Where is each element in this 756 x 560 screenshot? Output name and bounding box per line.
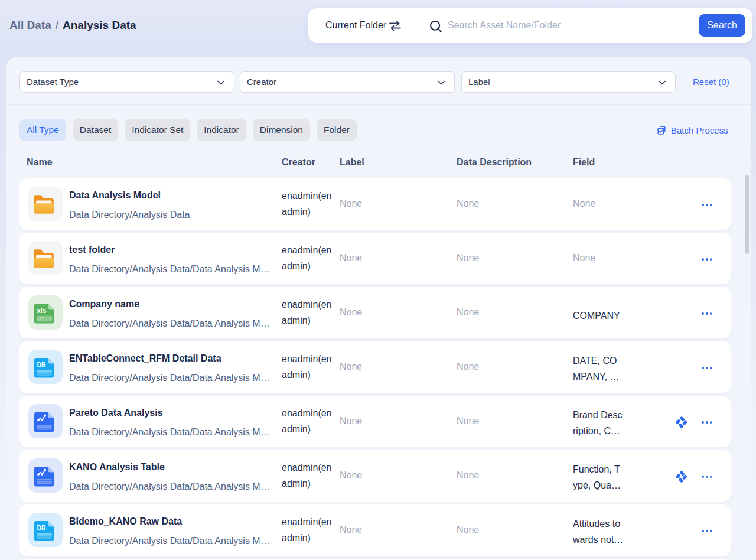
svg-text:DB: DB	[37, 523, 46, 532]
svg-text:DB: DB	[37, 360, 46, 369]
svg-text:xls: xls	[37, 306, 47, 315]
